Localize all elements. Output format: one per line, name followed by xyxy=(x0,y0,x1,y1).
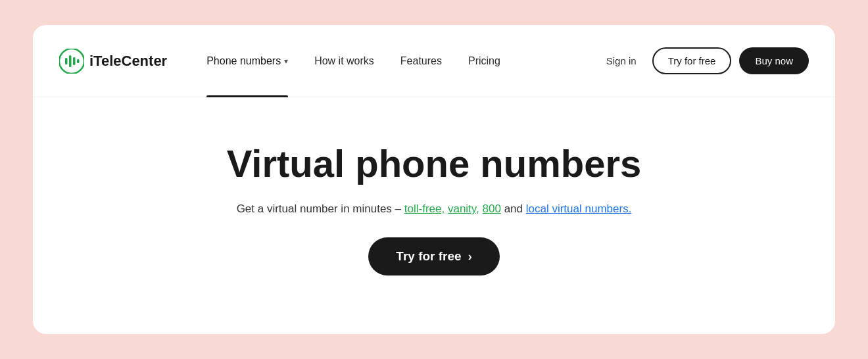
hero-try-free-label: Try for free xyxy=(396,249,461,264)
800-link[interactable]: 800 xyxy=(483,203,501,215)
nav-links: Phone numbers ▾ How it works Features Pr… xyxy=(193,25,598,97)
logo[interactable]: iTeleCenter xyxy=(59,49,167,74)
hero-arrow-icon: › xyxy=(468,250,472,264)
nav-pricing[interactable]: Pricing xyxy=(455,25,514,97)
try-free-nav-button[interactable]: Try for free xyxy=(652,47,732,74)
hero-try-free-button[interactable]: Try for free › xyxy=(368,237,499,275)
nav-features[interactable]: Features xyxy=(387,25,455,97)
svg-rect-4 xyxy=(77,59,80,63)
navbar: iTeleCenter Phone numbers ▾ How it works… xyxy=(33,25,835,97)
svg-point-0 xyxy=(59,49,84,74)
buy-now-button[interactable]: Buy now xyxy=(739,47,809,74)
nav-phone-numbers[interactable]: Phone numbers ▾ xyxy=(193,25,301,97)
svg-rect-2 xyxy=(69,55,72,67)
logo-text: iTeleCenter xyxy=(89,53,167,70)
hero-title: Virtual phone numbers xyxy=(227,143,642,185)
local-virtual-link[interactable]: local virtual numbers. xyxy=(526,203,632,215)
sign-in-link[interactable]: Sign in xyxy=(598,50,644,72)
nav-how-it-works[interactable]: How it works xyxy=(301,25,387,97)
svg-rect-3 xyxy=(73,57,76,65)
logo-icon xyxy=(59,49,84,74)
main-card: iTeleCenter Phone numbers ▾ How it works… xyxy=(33,25,835,334)
toll-free-link[interactable]: toll-free, xyxy=(404,203,445,215)
hero-subtitle-prefix: Get a virtual number in minutes – xyxy=(237,203,401,215)
chevron-down-icon: ▾ xyxy=(284,57,288,66)
hero-section: Virtual phone numbers Get a virtual numb… xyxy=(33,97,835,334)
svg-rect-1 xyxy=(65,58,68,64)
vanity-link[interactable]: vanity, xyxy=(448,203,479,215)
hero-subtitle: Get a virtual number in minutes – toll-f… xyxy=(237,200,632,218)
nav-right: Sign in Try for free Buy now xyxy=(598,47,809,74)
